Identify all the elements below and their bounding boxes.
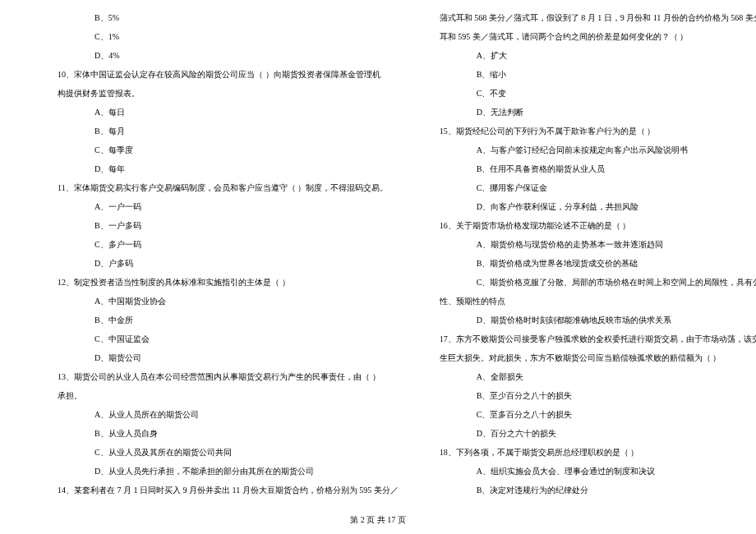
q15-option-b: B、任用不具备资格的期货从业人员 bbox=[440, 159, 756, 178]
q13-option-b: B、从业人员自身 bbox=[58, 424, 399, 443]
right-column: 蒲式耳和 568 美分／蒲式耳，假设到了 8 月 1 日，9 月份和 11 月份… bbox=[419, 8, 756, 509]
page-footer: 第 2 页 共 17 页 bbox=[0, 514, 756, 526]
q16-option-a: A、期货价格与现货价格的走势基本一致并逐渐趋同 bbox=[440, 235, 756, 254]
q17-option-d: D、百分之六十的损失 bbox=[440, 424, 756, 443]
q9-option-b: B、5% bbox=[58, 8, 399, 27]
q13-text: 13、期货公司的从业人员在本公司经营范围内从事期货交易行为产生的民事责任，由（ … bbox=[58, 367, 399, 386]
q14-option-b: B、缩小 bbox=[440, 65, 756, 84]
q18-text: 18、下列各项，不属于期货交易所总经理职权的是（ ） bbox=[440, 443, 756, 462]
q11-option-c: C、多户一码 bbox=[58, 235, 399, 254]
q14-text: 14、某套利者在 7 月 1 日同时买入 9 月份并卖出 11 月份大豆期货合约… bbox=[58, 481, 399, 499]
q13-option-a: A、从业人员所在的期货公司 bbox=[58, 405, 399, 424]
q10-option-d: D、每年 bbox=[58, 159, 399, 178]
q18-option-a: A、组织实施会员大会、理事会通过的制度和决议 bbox=[440, 462, 756, 481]
q16-option-c-cont: 性、预期性的特点 bbox=[440, 292, 756, 311]
q15-option-a: A、与客户签订经纪合同前未按规定向客户出示风险说明书 bbox=[440, 140, 756, 159]
q11-option-d: D、户多码 bbox=[58, 254, 399, 273]
q12-option-b: B、中金所 bbox=[58, 311, 399, 329]
q17-text: 17、东方不败期货公司接受客户独孤求败的全权委托进行期货交易，由于市场动荡，该交… bbox=[440, 329, 756, 348]
q14-option-c: C、不变 bbox=[440, 84, 756, 103]
q15-text: 15、期货经纪公司的下列行为不属于欺诈客户行为的是（ ） bbox=[440, 122, 756, 140]
q16-option-c: C、期货价格克服了分散、局部的市场价格在时间上和空间上的局限性，具有公开性、连续 bbox=[440, 273, 756, 292]
q16-text: 16、关于期货市场价格发现功能论述不正确的是（ ） bbox=[440, 216, 756, 235]
q10-cont: 构提供财务监管报表。 bbox=[58, 84, 399, 103]
q10-option-b: B、每月 bbox=[58, 122, 399, 140]
q16-option-d: D、期货价格时时刻刻都能准确地反映市场的供求关系 bbox=[440, 311, 756, 329]
q11-option-a: A、一户一码 bbox=[58, 197, 399, 216]
q9-option-d: D、4% bbox=[58, 46, 399, 65]
q12-option-a: A、中国期货业协会 bbox=[58, 292, 399, 311]
q16-option-b: B、期货价格成为世界各地现货成交价的基础 bbox=[440, 254, 756, 273]
q15-option-d: D、向客户作获利保证，分享利益，共担风险 bbox=[440, 197, 756, 216]
q12-text: 12、制定投资者适当性制度的具体标准和实施指引的主体是（ ） bbox=[58, 273, 399, 292]
q12-option-d: D、期货公司 bbox=[58, 348, 399, 367]
q13-cont: 承担。 bbox=[58, 386, 399, 405]
q12-option-c: C、中国证监会 bbox=[58, 329, 399, 348]
page-container: B、5% C、1% D、4% 10、宋体中国证监会认定存在较高风险的期货公司应当… bbox=[0, 0, 756, 509]
q10-option-c: C、每季度 bbox=[58, 140, 399, 159]
left-column: B、5% C、1% D、4% 10、宋体中国证监会认定存在较高风险的期货公司应当… bbox=[0, 8, 419, 509]
q14-option-a: A、扩大 bbox=[440, 46, 756, 65]
q14-option-d: D、无法判断 bbox=[440, 103, 756, 122]
q14-cont-line1: 蒲式耳和 568 美分／蒲式耳，假设到了 8 月 1 日，9 月份和 11 月份… bbox=[440, 8, 756, 27]
q11-text: 11、宋体期货交易实行客户交易编码制度，会员和客户应当遵守（ ）制度，不得混码交… bbox=[58, 178, 399, 197]
q18-option-b: B、决定对违规行为的纪律处分 bbox=[440, 481, 756, 499]
q10-option-a: A、每日 bbox=[58, 103, 399, 122]
q17-cont: 生巨大损失。对此损失，东方不败期货公司应当赔偿独孤求败的赔偿额为（ ） bbox=[440, 348, 756, 367]
q15-option-c: C、挪用客户保证金 bbox=[440, 178, 756, 197]
q9-option-c: C、1% bbox=[58, 27, 399, 46]
q14-cont-line2: 耳和 595 美／蒲式耳，请问两个合约之间的价差是如何变化的？（ ） bbox=[440, 27, 756, 46]
q17-option-b: B、至少百分之八十的损失 bbox=[440, 386, 756, 405]
q17-option-c: C、至多百分之八十的损失 bbox=[440, 405, 756, 424]
q17-option-a: A、全部损失 bbox=[440, 367, 756, 386]
q13-option-c: C、从业人员及其所在的期货公司共同 bbox=[58, 443, 399, 462]
q11-option-b: B、一户多码 bbox=[58, 216, 399, 235]
q13-option-d: D、从业人员先行承担，不能承担的部分由其所在的期货公司 bbox=[58, 462, 399, 481]
q10-text: 10、宋体中国证监会认定存在较高风险的期货公司应当（ ）向期货投资者保障基金管理… bbox=[58, 65, 399, 84]
